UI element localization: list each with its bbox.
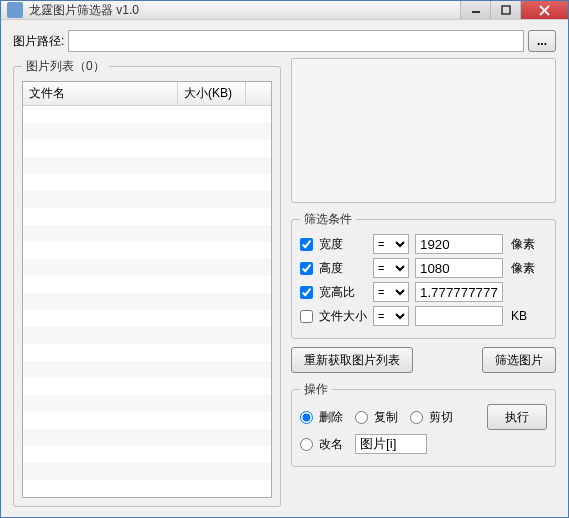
rename-input[interactable] [355,434,427,454]
cond-check-3[interactable] [300,310,313,323]
conditions-group: 筛选条件 宽度=像素高度=像素宽高比=文件大小=KB [291,211,556,339]
table-body [23,106,271,497]
op-cut-radio[interactable] [410,411,423,424]
reload-button[interactable]: 重新获取图片列表 [291,347,413,373]
cond-label-0: 宽度 [319,236,367,253]
window-title: 龙霆图片筛选器 v1.0 [29,2,460,19]
cond-value-0[interactable] [415,234,503,254]
cond-label-2: 宽高比 [319,284,367,301]
op-copy-label[interactable]: 复制 [374,409,398,426]
filter-button[interactable]: 筛选图片 [482,347,556,373]
path-input[interactable] [68,30,524,52]
cond-unit-0: 像素 [511,236,535,253]
op-delete-label[interactable]: 删除 [319,409,343,426]
cond-value-2[interactable] [415,282,503,302]
filelist-legend: 图片列表（0） [22,58,109,75]
cond-op-2[interactable]: = [373,282,409,302]
cond-check-2[interactable] [300,286,313,299]
close-button[interactable] [520,1,568,19]
preview-pane [291,58,556,203]
op-cut-label[interactable]: 剪切 [429,409,453,426]
cond-op-3[interactable]: = [373,306,409,326]
conditions-legend: 筛选条件 [300,211,356,228]
file-table[interactable]: 文件名 大小(KB) [22,81,272,498]
op-copy-radio[interactable] [355,411,368,424]
svg-rect-1 [502,6,510,14]
cond-op-0[interactable]: = [373,234,409,254]
ops-legend: 操作 [300,381,332,398]
browse-button[interactable]: ... [528,30,556,52]
op-rename-label[interactable]: 改名 [319,436,343,453]
op-delete-radio[interactable] [300,411,313,424]
op-rename-radio[interactable] [300,438,313,451]
exec-button[interactable]: 执行 [487,404,547,430]
cond-op-1[interactable]: = [373,258,409,278]
cond-value-3[interactable] [415,306,503,326]
cond-unit-3: KB [511,309,527,323]
path-label: 图片路径: [13,33,64,50]
cond-check-1[interactable] [300,262,313,275]
maximize-button[interactable] [490,1,520,19]
cond-label-3: 文件大小 [319,308,367,325]
app-icon [7,2,23,18]
minimize-button[interactable] [460,1,490,19]
cond-unit-1: 像素 [511,260,535,277]
col-size[interactable]: 大小(KB) [178,82,246,105]
filelist-group: 图片列表（0） 文件名 大小(KB) [13,58,281,507]
ops-group: 操作 删除 复制 剪切 执行 改名 [291,381,556,467]
titlebar: 龙霆图片筛选器 v1.0 [1,1,568,20]
col-filename[interactable]: 文件名 [23,82,178,105]
cond-value-1[interactable] [415,258,503,278]
cond-check-0[interactable] [300,238,313,251]
cond-label-1: 高度 [319,260,367,277]
